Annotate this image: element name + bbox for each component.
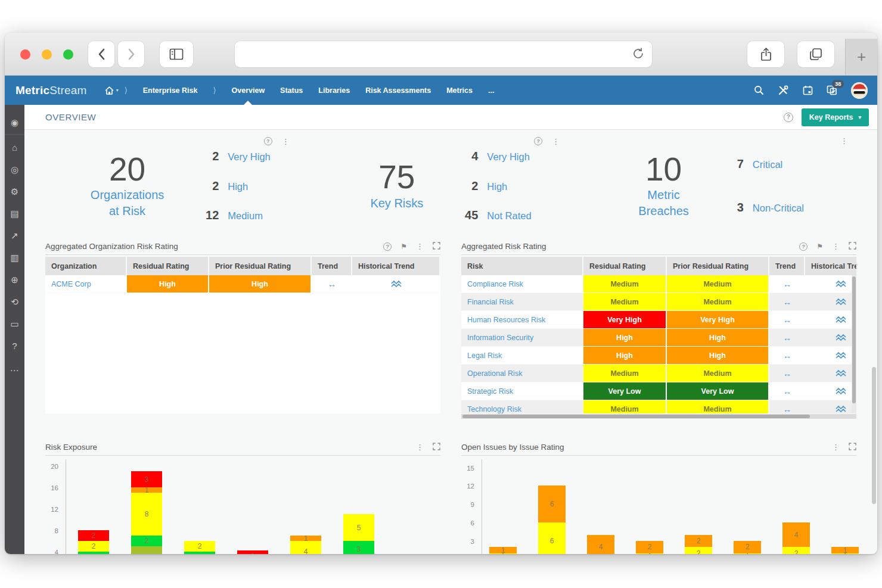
settings-gear-icon[interactable]: ⚙ — [5, 181, 24, 203]
horizontal-scrollbar[interactable] — [461, 414, 856, 419]
tasks-button[interactable]: 38 — [827, 85, 837, 96]
widget-header-icons: ⋮ — [832, 442, 856, 453]
row-link[interactable]: ACME Corp — [51, 280, 91, 288]
row-link[interactable]: Financial Risk — [467, 298, 514, 306]
sidebar-toggle-button[interactable] — [160, 41, 193, 67]
maximize-window-button[interactable] — [63, 49, 73, 60]
row-link[interactable]: Compliance Risk — [467, 280, 523, 288]
metricstream-logo[interactable]: MetricStream — [15, 84, 87, 97]
kpi-label: Organizationsat Risk — [91, 187, 164, 219]
user-avatar[interactable] — [851, 82, 868, 99]
expand-icon[interactable] — [433, 442, 440, 453]
risk-name-cell: Information Security — [461, 329, 583, 347]
navbar-menu: ⟩Enterprise Risk⟩OverviewStatusLibraries… — [125, 76, 510, 105]
more-ellipsis-icon[interactable]: ⋯ — [5, 359, 24, 381]
nav-item-overview[interactable]: Overview — [232, 76, 265, 105]
bar-segment: 6 — [538, 522, 566, 554]
stat-label-link[interactable]: High — [228, 181, 248, 192]
stat-label-link[interactable]: High — [487, 181, 507, 192]
kebab-menu-icon[interactable]: ⋮ — [552, 138, 560, 145]
kebab-menu-icon[interactable]: ⋮ — [832, 443, 840, 451]
table-empty-area — [45, 293, 440, 413]
pin-icon[interactable]: ⚑ — [816, 242, 823, 251]
stat-label-link[interactable]: Very High — [487, 151, 530, 163]
admin-tools-button[interactable] — [778, 85, 788, 96]
expand-icon[interactable] — [849, 241, 856, 252]
nav-item-risk-assessments[interactable]: Risk Assessments — [365, 76, 431, 105]
reload-button[interactable] — [632, 47, 645, 63]
back-button[interactable] — [88, 41, 114, 67]
expand-icon[interactable] — [433, 241, 440, 252]
stat-count: 7 — [723, 157, 744, 171]
nav-item-metrics[interactable]: Metrics — [446, 76, 473, 105]
search-button[interactable] — [753, 85, 764, 96]
help-icon[interactable]: ? — [264, 137, 272, 145]
bar-segment: 1 — [636, 553, 663, 554]
rating-cell: Medium — [583, 400, 667, 413]
nav-item-status[interactable]: Status — [280, 76, 303, 105]
row-link[interactable]: Human Resources Risk — [467, 316, 545, 324]
row-link[interactable]: Operational Risk — [467, 369, 522, 378]
historical-trend-cell — [805, 382, 856, 400]
kebab-menu-icon[interactable]: ⋮ — [282, 138, 290, 145]
trend-flat-icon: ↔ — [783, 279, 791, 289]
analytics-chart-icon[interactable]: ↗ — [5, 225, 24, 247]
trend-flat-icon: ↔ — [328, 279, 336, 289]
bar-segment: 1 — [831, 547, 859, 553]
address-bar[interactable] — [235, 41, 652, 67]
close-window-button[interactable] — [20, 49, 30, 60]
card-panel-icon[interactable]: ▭ — [5, 313, 24, 335]
page-header: OVERVIEW ? Key Reports ▾ — [24, 105, 877, 130]
nav-item--[interactable]: ... — [488, 76, 494, 105]
reports-doc-icon[interactable]: ▤ — [5, 203, 24, 225]
y-axis: 3691215 — [461, 459, 479, 554]
page-help-icon[interactable]: ? — [784, 113, 793, 122]
stat-label-link[interactable]: Medium — [228, 210, 263, 222]
minimize-window-button[interactable] — [42, 49, 52, 60]
pin-icon[interactable]: ⚑ — [400, 242, 407, 251]
active-tab-indicator — [244, 101, 252, 105]
row-link[interactable]: Legal Risk — [467, 351, 502, 360]
column-header-4: Historical Trend — [805, 257, 856, 275]
home-menu-button[interactable]: ▾ — [105, 76, 119, 105]
kebab-menu-icon[interactable]: ⋮ — [416, 242, 424, 250]
row-link[interactable]: Information Security — [467, 334, 533, 342]
nav-item-libraries[interactable]: Libraries — [318, 76, 350, 105]
risk-home-icon[interactable]: ⌂ — [5, 136, 24, 158]
stat-label-link[interactable]: Not Rated — [487, 210, 531, 222]
help-icon[interactable]: ? — [383, 242, 392, 251]
vertical-scrollbar[interactable] — [852, 275, 856, 413]
rating-cell: Very High — [583, 311, 667, 329]
stat-label-link[interactable]: Very High — [228, 151, 271, 163]
stat-label-link[interactable]: Non-Critical — [753, 203, 804, 214]
help-icon[interactable]: ? — [5, 335, 24, 357]
help-icon[interactable]: ? — [799, 242, 808, 251]
expand-icon — [849, 242, 856, 250]
new-tab-button[interactable]: + — [845, 39, 877, 75]
workflow-sync-icon[interactable]: ⟲ — [5, 291, 24, 313]
objectives-target-icon[interactable]: ⊕ — [5, 269, 24, 291]
page-scrollbar[interactable] — [872, 367, 876, 504]
kebab-menu-icon[interactable]: ⋮ — [840, 137, 848, 145]
dashboard-icon[interactable]: ◉ — [5, 111, 24, 135]
calendar-button[interactable] — [802, 85, 813, 96]
kebab-menu-icon[interactable]: ⋮ — [416, 443, 424, 451]
rating-cell: High — [667, 329, 769, 347]
key-reports-button[interactable]: Key Reports ▾ — [802, 108, 869, 126]
kebab-menu-icon[interactable]: ⋮ — [832, 242, 840, 250]
expand-icon[interactable] — [849, 442, 856, 453]
row-link[interactable]: Strategic Risk — [467, 387, 513, 396]
forward-button[interactable] — [118, 41, 144, 67]
page: + MetricStream ▾ ⟩Enterprise Risk⟩Overvi… — [0, 0, 882, 588]
help-icon[interactable]: ? — [534, 137, 542, 145]
bar-segment: 2 — [685, 547, 712, 554]
nav-item-enterprise-risk[interactable]: Enterprise Risk — [143, 76, 198, 105]
plot-area: 2225281322241351 — [66, 459, 440, 554]
programs-icon[interactable]: ◎ — [5, 158, 24, 181]
stat-label-link[interactable]: Critical — [753, 159, 782, 170]
row-link[interactable]: Technology Risk — [467, 405, 521, 413]
share-button[interactable] — [747, 41, 784, 67]
library-book-icon[interactable]: ▥ — [5, 247, 24, 269]
widget-header-icons: ?⚑⋮ — [383, 241, 440, 252]
tab-overview-button[interactable] — [797, 41, 834, 67]
